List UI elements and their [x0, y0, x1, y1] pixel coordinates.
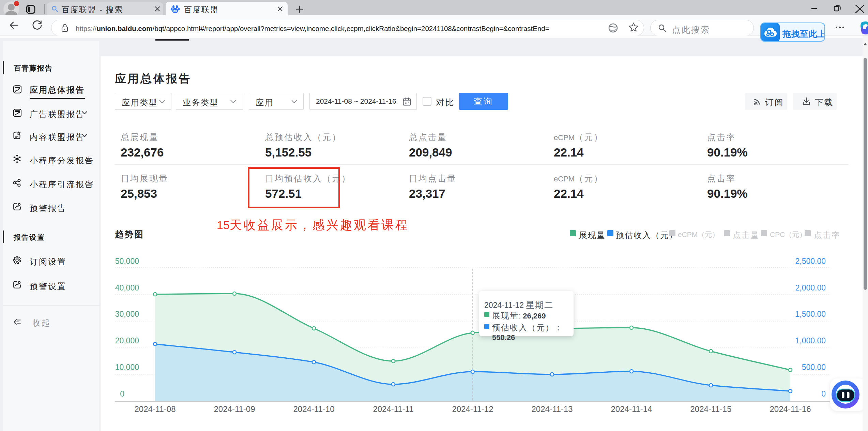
svg-text:2,000.00: 2,000.00	[795, 283, 826, 292]
svg-text:du: du	[173, 9, 177, 13]
svg-text:40,000: 40,000	[115, 283, 139, 292]
svg-text:2024-11-14: 2024-11-14	[611, 404, 652, 414]
svg-text:2024-11-12: 2024-11-12	[452, 404, 493, 414]
svg-text:20,000: 20,000	[115, 336, 139, 345]
svg-text:50,000: 50,000	[115, 257, 139, 266]
svg-text:2024-11-13: 2024-11-13	[532, 404, 573, 414]
svg-text:2,500.00: 2,500.00	[795, 257, 826, 266]
svg-text:1,000.00: 1,000.00	[795, 336, 826, 345]
svg-text:0: 0	[821, 389, 826, 398]
svg-text:2024-11-16: 2024-11-16	[770, 404, 811, 414]
svg-text:2024-11-11: 2024-11-11	[373, 404, 413, 414]
svg-text:0: 0	[120, 389, 124, 398]
svg-text:1,500.00: 1,500.00	[795, 310, 826, 318]
svg-text:500.00: 500.00	[802, 363, 826, 372]
svg-text:10,000: 10,000	[115, 363, 139, 372]
svg-text:2024-11-08: 2024-11-08	[135, 404, 176, 414]
svg-text:2024-11-09: 2024-11-09	[214, 404, 255, 414]
svg-text:2024-11-15: 2024-11-15	[690, 404, 732, 414]
svg-text:30,000: 30,000	[115, 310, 139, 318]
svg-text:2024-11-10: 2024-11-10	[293, 404, 335, 414]
